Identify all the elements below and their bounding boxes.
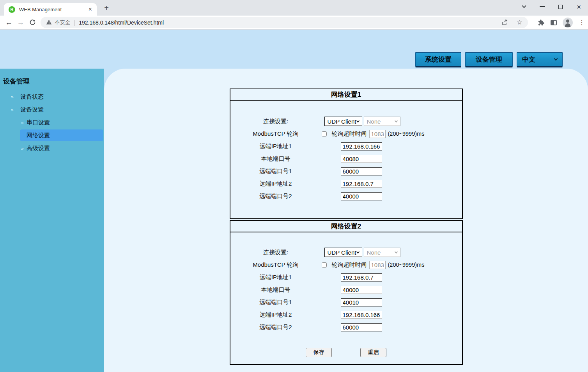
window-maximize-button[interactable]	[551, 0, 570, 13]
connection-secondary-select: None	[364, 117, 400, 126]
save-button[interactable]: 保存	[306, 348, 332, 357]
poll-timeout-range: (200~9999)ms	[388, 262, 425, 268]
remote-port2-label: 远端端口号2	[230, 324, 321, 331]
sidebar-item-network-settings[interactable]: 网络设置	[0, 129, 104, 142]
share-icon[interactable]	[501, 19, 508, 26]
system-settings-button[interactable]: 系统设置	[415, 52, 461, 67]
field-row: 远端端口号1	[230, 296, 462, 308]
arrow-bullet-icon: »	[21, 146, 24, 151]
arrow-bullet-icon: »	[11, 107, 14, 113]
sidebar-item-device-status[interactable]: » 设备状态	[0, 90, 104, 103]
sidebar-title: 设备管理	[0, 69, 104, 85]
sidebar-item-advanced-settings[interactable]: » 高级设置	[0, 142, 104, 155]
panel-body: 连接设置: UDP Client None	[230, 232, 462, 364]
modbus-row: ModbusTCP 轮询 轮询超时时间 (200~9999)ms	[230, 259, 462, 271]
field-row: 远端端口号1	[230, 165, 462, 177]
field-row: 远端IP地址1	[230, 140, 462, 152]
poll-timeout-input	[369, 130, 386, 138]
connection-row: 连接设置: UDP Client None	[230, 246, 462, 259]
browser-menu-icon[interactable]: ⋮	[579, 19, 585, 26]
security-status-label[interactable]: 不安全	[55, 19, 71, 26]
remote-port2-input[interactable]	[341, 192, 382, 200]
browser-tab[interactable]: R WEB Management ×	[4, 3, 97, 16]
not-secure-warning-icon[interactable]	[46, 19, 52, 26]
extensions-puzzle-icon[interactable]	[538, 19, 545, 26]
back-icon[interactable]: ←	[3, 17, 15, 28]
remote-port1-label: 远端端口号1	[230, 168, 321, 175]
network-settings-2-panel: 网络设置2 连接设置: UDP Client None	[230, 220, 463, 365]
top-nav: 系统设置 设备管理 中文	[415, 52, 563, 67]
chevron-down-icon	[394, 119, 397, 122]
network-settings-forms: 网络设置1 连接设置: UDP Client None	[230, 89, 463, 365]
modbus-label: ModbusTCP 轮询	[230, 261, 321, 269]
sidebar-menu: » 设备状态 » 设备设置 » 串口设置 网络设置 » 高级设置	[0, 90, 104, 155]
remote-ip1-input[interactable]	[341, 273, 382, 282]
local-port-label: 本地端口号	[230, 155, 321, 163]
local-port-input[interactable]	[341, 286, 382, 294]
network-settings-1-panel: 网络设置1 连接设置: UDP Client None	[230, 89, 463, 219]
modbus-row: ModbusTCP 轮询 轮询超时时间 (200~9999)ms	[230, 128, 462, 140]
field-row: 远端IP地址2	[230, 308, 462, 321]
language-label: 中文	[522, 55, 535, 64]
field-row: 远端端口号2	[230, 190, 462, 202]
form-actions: 保存 重启	[230, 348, 462, 357]
local-port-label: 本地端口号	[230, 286, 321, 294]
remote-ip1-label: 远端IP地址1	[230, 274, 321, 281]
remote-ip1-label: 远端IP地址1	[230, 143, 321, 150]
tab-close-icon[interactable]: ×	[88, 6, 93, 12]
connection-type-select[interactable]: UDP Client	[324, 117, 362, 126]
browser-titlebar: R WEB Management × + ×	[0, 0, 588, 16]
remote-ip2-input[interactable]	[341, 311, 382, 319]
remote-port2-input[interactable]	[341, 323, 382, 331]
connection-label: 连接设置:	[230, 118, 321, 125]
site-favicon-icon: R	[9, 6, 15, 13]
sidebar: 设备管理 » 设备状态 » 设备设置 » 串口设置 网络设置 » 高级设置	[0, 69, 104, 372]
side-panel-icon[interactable]	[551, 20, 557, 25]
modbus-poll-checkbox[interactable]	[322, 131, 327, 136]
poll-timeout-label: 轮询超时时间	[332, 130, 367, 138]
panel-body: 连接设置: UDP Client None	[230, 101, 462, 218]
poll-timeout-input	[369, 261, 386, 269]
sidebar-item-device-settings[interactable]: » 设备设置	[0, 103, 104, 116]
remote-port1-label: 远端端口号1	[230, 299, 321, 306]
remote-port1-input[interactable]	[341, 167, 382, 175]
address-bar[interactable]: 不安全 | 192.168.0.148/html/DeviceSet.html …	[41, 17, 528, 28]
modbus-label: ModbusTCP 轮询	[230, 130, 321, 138]
tab-title: WEB Management	[19, 7, 88, 12]
field-row: 远端端口号2	[230, 321, 462, 333]
arrow-bullet-icon: »	[21, 120, 24, 126]
window-controls: ×	[515, 0, 588, 13]
remote-port1-input[interactable]	[341, 298, 382, 306]
window-minimize-button[interactable]	[533, 0, 551, 13]
chevron-down-icon	[394, 250, 397, 253]
device-management-button[interactable]: 设备管理	[465, 52, 513, 67]
restart-button[interactable]: 重启	[360, 348, 386, 357]
remote-ip1-input[interactable]	[341, 142, 382, 151]
profile-avatar[interactable]	[563, 18, 573, 28]
modbus-poll-checkbox[interactable]	[322, 262, 327, 267]
connection-secondary-select: None	[364, 248, 400, 257]
remote-ip2-label: 远端IP地址2	[230, 180, 321, 188]
bookmark-star-icon[interactable]: ☆	[517, 18, 522, 27]
field-row: 本地端口号	[230, 152, 462, 165]
field-row: 本地端口号	[230, 283, 462, 296]
refresh-icon[interactable]	[27, 17, 38, 28]
forward-icon: →	[15, 17, 27, 28]
browser-toolbar: ← → 不安全 | 192.168.0.148/html/DeviceSet.h…	[0, 16, 588, 30]
window-close-button[interactable]: ×	[570, 0, 588, 13]
connection-type-select[interactable]: UDP Client	[324, 248, 362, 257]
local-port-input[interactable]	[341, 155, 382, 163]
panel-title: 网络设置2	[230, 221, 462, 232]
window-menu-chevron-icon[interactable]	[515, 0, 533, 13]
remote-ip2-input[interactable]	[341, 180, 382, 188]
remote-ip2-label: 远端IP地址2	[230, 311, 321, 319]
poll-timeout-range: (200~9999)ms	[388, 131, 425, 137]
language-select[interactable]: 中文	[517, 52, 563, 67]
new-tab-button[interactable]: +	[101, 3, 112, 13]
url-separator: |	[74, 19, 76, 26]
sidebar-item-serial-settings[interactable]: » 串口设置	[0, 116, 104, 129]
content-area: 网络设置1 连接设置: UDP Client None	[104, 69, 588, 372]
arrow-bullet-icon: »	[11, 94, 14, 100]
device-management-page: 系统设置 设备管理 中文 设备管理 » 设备状态 » 设备设置 » 串口设置 网…	[0, 30, 588, 372]
url-text[interactable]: 192.168.0.148/html/DeviceSet.html	[79, 19, 164, 26]
